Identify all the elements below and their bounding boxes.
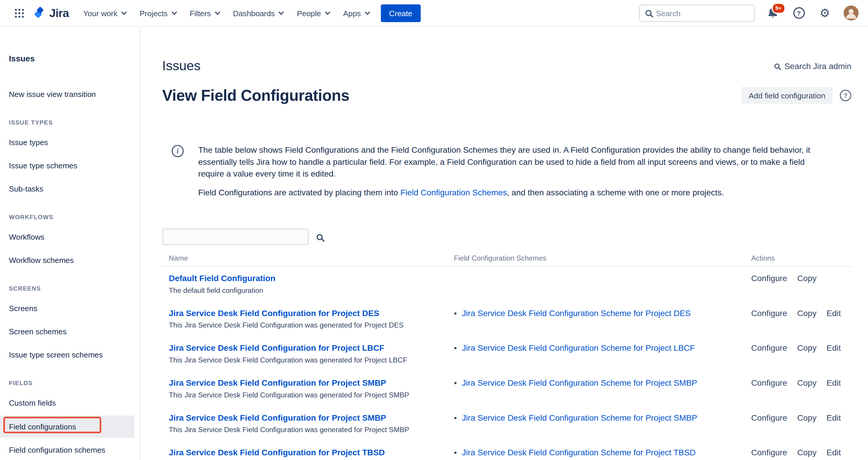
chevron-down-icon [279,9,284,15]
chevron-down-icon [325,9,331,15]
table-row: Jira Service Desk Field Configuration fo… [162,336,851,371]
search-jira-admin-button[interactable]: Search Jira admin [774,61,851,70]
copy-link[interactable]: Copy [797,413,816,424]
table-row: Jira Service Desk Field Configuration fo… [162,302,851,337]
info-text-segment: Field Configurations are activated by pl… [198,188,400,197]
jira-logo-text: Jira [50,6,69,20]
help-button[interactable]: ? [790,5,807,22]
nav-apps[interactable]: Apps [343,8,369,17]
copy-link[interactable]: Copy [797,273,816,284]
add-field-configuration-button[interactable]: Add field configuration [741,87,832,104]
nav-label: Apps [343,8,361,17]
sidebar-item-sub-tasks[interactable]: Sub-tasks [9,183,140,194]
configure-link[interactable]: Configure [751,413,787,424]
actions-cell: Configure Copy Edit [751,377,851,399]
filter-input[interactable] [162,229,309,245]
sidebar-heading-fields: FIELDS [9,379,140,388]
profile-button[interactable] [842,5,859,22]
actions-cell: Configure Copy Edit [751,307,851,330]
scheme-link[interactable]: Jira Service Desk Field Configuration Sc… [462,308,691,318]
copy-link[interactable]: Copy [797,377,816,389]
scheme-cell: •Jira Service Desk Field Configuration S… [454,413,751,434]
copy-link[interactable]: Copy [797,342,816,354]
chevron-down-icon [215,9,220,15]
filter-search-button[interactable] [317,234,323,240]
app-switcher-icon[interactable] [10,3,29,22]
global-search-input[interactable] [656,8,748,17]
field-config-description: This Jira Service Desk Field Configurati… [169,321,432,330]
scheme-link[interactable]: Jira Service Desk Field Configuration Sc… [462,448,696,457]
sidebar-item-custom-fields[interactable]: Custom fields [9,397,140,408]
sidebar-item-label: Field configurations [9,421,76,432]
configure-link[interactable]: Configure [751,377,787,389]
edit-link[interactable]: Edit [827,307,841,319]
edit-link[interactable]: Edit [827,342,841,354]
section-help-icon[interactable]: ? [840,90,851,101]
sidebar-item-issue-type-schemes[interactable]: Issue type schemes [9,160,140,171]
nav-filters[interactable]: Filters [190,8,219,17]
scheme-cell [454,273,751,295]
info-paragraph: The table below shows Field Configuratio… [198,144,825,180]
nav-label: Projects [140,8,167,17]
settings-button[interactable]: ⚙ [816,5,833,22]
column-actions: Actions [751,254,851,262]
configure-link[interactable]: Configure [751,342,787,354]
scheme-cell: •Jira Service Desk Field Configuration S… [454,377,751,399]
nav-label: Filters [190,8,211,17]
field-configuration-schemes-link[interactable]: Field Configuration Schemes [400,188,507,197]
edit-link[interactable]: Edit [827,447,841,458]
page-title: Issues [162,58,201,74]
field-config-link[interactable]: Jira Service Desk Field Configuration fo… [169,447,385,458]
field-config-link[interactable]: Jira Service Desk Field Configuration fo… [169,377,386,389]
nav-dashboards[interactable]: Dashboards [233,8,283,17]
search-icon [646,10,652,16]
scheme-cell: •Jira Service Desk Field Configuration S… [454,342,751,365]
notifications-button[interactable]: 9+ [765,5,781,22]
field-config-link[interactable]: Jira Service Desk Field Configuration fo… [169,413,386,424]
avatar [843,6,858,21]
primary-nav: Your work Projects Filters Dashboards Pe… [83,8,369,17]
sidebar-item-workflows[interactable]: Workflows [9,231,140,242]
bullet: • [454,308,457,318]
scheme-link[interactable]: Jira Service Desk Field Configuration Sc… [462,343,695,353]
sidebar-item-new-issue-view-transition[interactable]: New issue view transition [9,89,140,100]
sidebar-item-screens[interactable]: Screens [9,302,140,314]
scheme-link[interactable]: Jira Service Desk Field Configuration Sc… [462,378,697,388]
table-header: Name Field Configuration Schemes Actions [162,254,851,267]
actions-cell: Configure Copy Edit [751,342,851,365]
field-config-link[interactable]: Default Field Configuration [169,273,276,284]
notification-badge: 9+ [771,2,785,13]
info-paragraph: Field Configurations are activated by pl… [198,186,825,198]
sidebar-item-field-configurations[interactable]: Field configurations [0,416,134,438]
scheme-link[interactable]: Jira Service Desk Field Configuration Sc… [462,413,697,422]
create-button[interactable]: Create [381,4,421,22]
jira-logo[interactable]: Jira [32,6,69,20]
sidebar-item-workflow-schemes[interactable]: Workflow schemes [9,255,140,266]
configure-link[interactable]: Configure [751,273,787,284]
nav-your-work[interactable]: Your work [83,8,125,17]
scheme-cell: •Jira Service Desk Field Configuration S… [454,447,751,460]
configure-link[interactable]: Configure [751,307,787,319]
sidebar-item-issue-types[interactable]: Issue types [9,137,140,148]
copy-link[interactable]: Copy [797,307,816,319]
sidebar-item-screen-schemes[interactable]: Screen schemes [9,326,140,337]
global-search[interactable] [639,4,755,22]
info-message: i The table below shows Field Configurat… [162,144,851,198]
bullet: • [454,378,457,388]
field-config-description: This Jira Service Desk Field Configurati… [169,425,432,434]
field-config-link[interactable]: Jira Service Desk Field Configuration fo… [169,307,379,319]
edit-link[interactable]: Edit [827,377,841,389]
edit-link[interactable]: Edit [827,413,841,424]
field-config-link[interactable]: Jira Service Desk Field Configuration fo… [169,342,384,354]
jira-logo-icon [32,6,46,20]
configure-link[interactable]: Configure [751,447,787,458]
sidebar-item-field-configuration-schemes[interactable]: Field configuration schemes [9,445,140,456]
sidebar-heading-issue-types: ISSUE TYPES [9,118,140,127]
nav-people[interactable]: People [297,8,329,17]
table-row: Jira Service Desk Field Configuration fo… [162,406,851,441]
info-icon: i [172,145,184,157]
sidebar-item-issue-type-screen-schemes[interactable]: Issue type screen schemes [9,349,140,360]
copy-link[interactable]: Copy [797,447,816,458]
nav-projects[interactable]: Projects [140,8,176,17]
topbar-right: 9+ ? ⚙ [639,4,859,22]
